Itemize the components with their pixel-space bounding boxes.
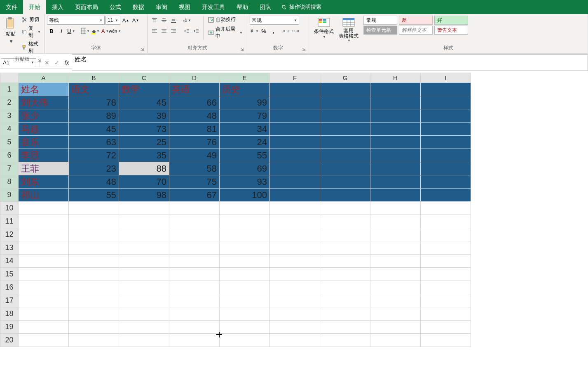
- comma-format-icon[interactable]: ,: [269, 26, 278, 35]
- cellstyle-normal[interactable]: 常规: [363, 16, 397, 25]
- cell[interactable]: [320, 123, 370, 136]
- tab-file[interactable]: 文件: [0, 0, 23, 14]
- cut-button[interactable]: 剪切: [21, 16, 42, 24]
- cell[interactable]: [370, 321, 421, 334]
- cell[interactable]: [421, 175, 471, 189]
- cell[interactable]: [169, 268, 220, 281]
- cell[interactable]: [220, 294, 270, 307]
- cell[interactable]: [270, 202, 320, 215]
- row-header-19[interactable]: 19: [0, 321, 19, 334]
- italic-button[interactable]: I: [57, 26, 66, 35]
- cell[interactable]: 69: [220, 162, 270, 175]
- cell[interactable]: [270, 268, 320, 281]
- cell[interactable]: 34: [220, 123, 270, 136]
- cell[interactable]: [169, 202, 220, 215]
- format-painter-button[interactable]: 格式刷: [21, 40, 42, 55]
- cell[interactable]: [421, 307, 471, 321]
- decrease-font-icon[interactable]: A▼: [131, 16, 140, 25]
- cell[interactable]: [169, 215, 220, 228]
- col-header-C[interactable]: C: [119, 73, 169, 83]
- cell[interactable]: 67: [169, 189, 220, 202]
- cell[interactable]: [69, 241, 119, 255]
- row-header-9[interactable]: 9: [0, 189, 19, 202]
- cell[interactable]: 78: [69, 96, 119, 109]
- copy-button[interactable]: 复制▼: [21, 24, 42, 39]
- cell[interactable]: [119, 241, 169, 255]
- cell[interactable]: [320, 294, 370, 307]
- col-header-E[interactable]: E: [220, 73, 270, 83]
- cell[interactable]: [119, 294, 169, 307]
- cellstyle-warn[interactable]: 警告文本: [434, 26, 468, 35]
- cell[interactable]: [421, 96, 471, 109]
- cell[interactable]: [220, 334, 270, 347]
- col-header-D[interactable]: D: [169, 73, 220, 83]
- cell[interactable]: 72: [69, 149, 119, 162]
- align-middle-icon[interactable]: [159, 16, 169, 25]
- cell[interactable]: [421, 294, 471, 307]
- cell[interactable]: 88: [119, 162, 169, 175]
- cell[interactable]: [270, 96, 320, 109]
- cell[interactable]: [370, 136, 421, 149]
- cell[interactable]: [169, 241, 220, 255]
- select-all-corner[interactable]: [0, 73, 19, 83]
- align-center-icon[interactable]: [159, 26, 169, 35]
- cell[interactable]: [270, 83, 320, 96]
- cell[interactable]: [220, 202, 270, 215]
- font-size-select[interactable]: 11▼: [105, 16, 120, 25]
- tab-team[interactable]: 团队: [254, 0, 277, 14]
- cell[interactable]: 58: [169, 162, 220, 175]
- cellstyle-explain[interactable]: 解释性文本: [399, 26, 433, 35]
- cell[interactable]: [19, 321, 69, 334]
- percent-format-icon[interactable]: %: [259, 26, 268, 35]
- tab-view[interactable]: 视图: [173, 0, 196, 14]
- cell[interactable]: [270, 149, 320, 162]
- align-bottom-icon[interactable]: [169, 16, 178, 25]
- underline-button[interactable]: U▼: [67, 26, 76, 35]
- cell[interactable]: [320, 241, 370, 255]
- merge-center-button[interactable]: 合并后居中▼: [206, 25, 244, 40]
- cell[interactable]: [220, 215, 270, 228]
- cell[interactable]: [19, 228, 69, 241]
- cell[interactable]: [370, 241, 421, 255]
- enter-formula-icon[interactable]: ✓: [53, 59, 61, 66]
- cell[interactable]: [320, 83, 370, 96]
- align-right-icon[interactable]: [169, 26, 178, 35]
- cell[interactable]: 历史: [220, 83, 270, 96]
- cell[interactable]: [69, 294, 119, 307]
- align-top-icon[interactable]: [150, 16, 159, 25]
- cell[interactable]: 数学: [119, 83, 169, 96]
- cell[interactable]: 马超: [19, 123, 69, 136]
- cell[interactable]: [421, 123, 471, 136]
- cell[interactable]: 63: [69, 136, 119, 149]
- cell[interactable]: [220, 307, 270, 321]
- cell[interactable]: 23: [69, 162, 119, 175]
- cell[interactable]: [421, 83, 471, 96]
- cell[interactable]: [421, 228, 471, 241]
- cell[interactable]: 48: [69, 175, 119, 189]
- cell[interactable]: [169, 294, 220, 307]
- cell[interactable]: [220, 321, 270, 334]
- cell[interactable]: 55: [69, 189, 119, 202]
- cancel-formula-icon[interactable]: ✕: [43, 59, 51, 66]
- cell[interactable]: [320, 109, 370, 123]
- cell[interactable]: [119, 202, 169, 215]
- cell[interactable]: [370, 175, 421, 189]
- row-header-14[interactable]: 14: [0, 255, 19, 268]
- row-header-8[interactable]: 8: [0, 175, 19, 189]
- cell[interactable]: [320, 307, 370, 321]
- cell[interactable]: 45: [69, 123, 119, 136]
- cell[interactable]: [220, 255, 270, 268]
- cell[interactable]: [421, 268, 471, 281]
- tab-formulas[interactable]: 公式: [104, 0, 127, 14]
- cell[interactable]: [270, 334, 320, 347]
- borders-button[interactable]: ▼: [81, 26, 90, 35]
- row-header-12[interactable]: 12: [0, 228, 19, 241]
- cell[interactable]: [421, 136, 471, 149]
- cell[interactable]: 70: [119, 175, 169, 189]
- cellstyle-check[interactable]: 检查单元格: [363, 26, 397, 35]
- cell[interactable]: [119, 228, 169, 241]
- cell[interactable]: [69, 321, 119, 334]
- cell[interactable]: [370, 149, 421, 162]
- cell[interactable]: [69, 307, 119, 321]
- cell[interactable]: [270, 255, 320, 268]
